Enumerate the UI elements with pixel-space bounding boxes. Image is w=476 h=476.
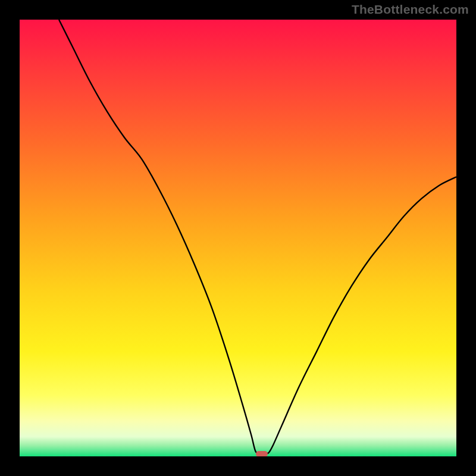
bottleneck-curve [20, 20, 456, 456]
chart-container: TheBottleneck.com [0, 0, 476, 476]
watermark-text: TheBottleneck.com [352, 2, 469, 17]
plot-area [20, 20, 456, 456]
optimal-marker [256, 451, 268, 456]
